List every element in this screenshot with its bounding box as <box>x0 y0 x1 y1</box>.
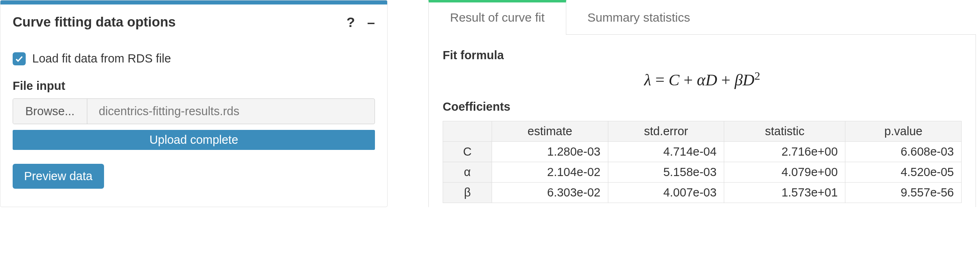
row-name: β <box>443 183 492 203</box>
file-input-label: File input <box>13 79 375 93</box>
cell: 1.573e+01 <box>724 183 845 203</box>
row-name: C <box>443 142 492 162</box>
upload-progress-bar: Upload complete <box>13 130 375 150</box>
row-name: α <box>443 162 492 183</box>
col-stderror: std.error <box>608 121 724 142</box>
help-icon[interactable]: ? <box>346 15 355 29</box>
tab-result-of-curve-fit[interactable]: Result of curve fit <box>428 0 566 35</box>
cell: 9.557e-56 <box>845 183 962 203</box>
preview-data-button[interactable]: Preview data <box>13 164 104 189</box>
browse-button[interactable]: Browse... <box>13 99 87 124</box>
tabs: Result of curve fit Summary statistics <box>428 0 976 35</box>
cell: 6.608e-03 <box>845 142 962 162</box>
cell: 4.079e+00 <box>724 162 845 183</box>
table-row: β 6.303e-02 4.007e-03 1.573e+01 9.557e-5… <box>443 183 962 203</box>
cell: 2.716e+00 <box>724 142 845 162</box>
cell: 5.158e-03 <box>608 162 724 183</box>
panel-accent-bar <box>0 0 387 4</box>
cell: 4.007e-03 <box>608 183 724 203</box>
fit-formula-title: Fit formula <box>443 49 962 62</box>
tab-content: Fit formula λ = C + αD + βD2 Coefficient… <box>428 35 976 207</box>
file-input: Browse... dicentrics-fitting-results.rds <box>13 98 375 124</box>
cell: 1.280e-03 <box>492 142 608 162</box>
selected-file-name: dicentrics-fitting-results.rds <box>87 99 375 124</box>
collapse-icon[interactable]: – <box>367 15 375 29</box>
coefficients-table: estimate std.error statistic p.value C 1… <box>443 121 962 203</box>
col-pvalue: p.value <box>845 121 962 142</box>
tabs-spacer <box>711 0 976 35</box>
cell: 2.104e-02 <box>492 162 608 183</box>
cell: 6.303e-02 <box>492 183 608 203</box>
panel-title: Curve fitting data options <box>13 14 176 30</box>
panel-header: Curve fitting data options ? – <box>0 4 387 34</box>
table-row: C 1.280e-03 4.714e-04 2.716e+00 6.608e-0… <box>443 142 962 162</box>
load-rds-checkbox[interactable] <box>13 52 26 65</box>
col-statistic: statistic <box>724 121 845 142</box>
curve-fitting-panel: Curve fitting data options ? – Load fit … <box>0 0 388 207</box>
coefficients-title: Coefficients <box>443 100 962 114</box>
col-estimate: estimate <box>492 121 608 142</box>
table-row: α 2.104e-02 5.158e-03 4.079e+00 4.520e-0… <box>443 162 962 183</box>
cell: 4.520e-05 <box>845 162 962 183</box>
fit-formula: λ = C + αD + βD2 <box>443 69 962 89</box>
tab-summary-statistics[interactable]: Summary statistics <box>566 0 712 35</box>
load-rds-label: Load fit data from RDS file <box>32 52 171 65</box>
results-panel: Result of curve fit Summary statistics F… <box>428 0 976 207</box>
cell: 4.714e-04 <box>608 142 724 162</box>
table-corner <box>443 121 492 142</box>
